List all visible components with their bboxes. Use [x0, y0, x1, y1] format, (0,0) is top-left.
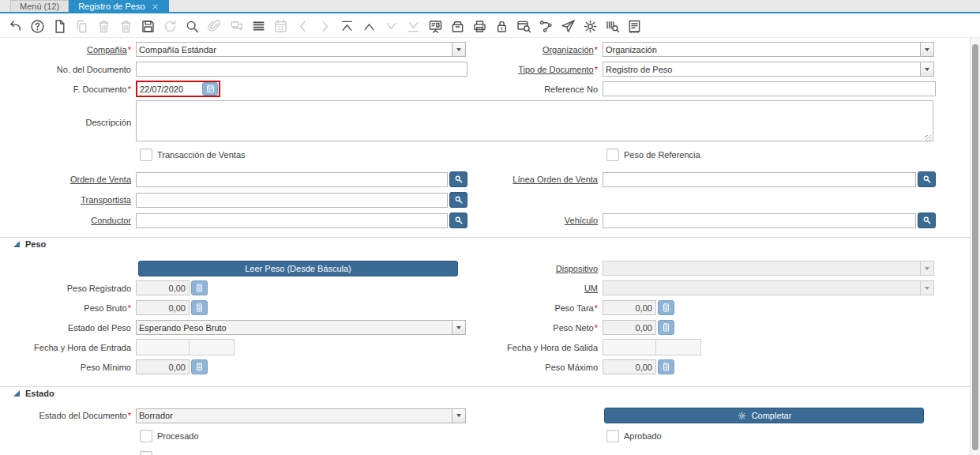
- scrollbar-thumb[interactable]: [972, 44, 978, 450]
- tab-registro-de-peso-label: Registro de Peso: [78, 2, 145, 11]
- print-icon[interactable]: [471, 18, 488, 35]
- linea-orden-venta-search-button[interactable]: [918, 171, 936, 187]
- section-header-estado[interactable]: Estado: [0, 386, 970, 400]
- completar-button[interactable]: Completar: [604, 408, 924, 423]
- tab-menu[interactable]: Menú (12): [10, 0, 69, 12]
- compania-dropdown-button[interactable]: [452, 43, 465, 56]
- vehiculo-label[interactable]: Vehículo: [565, 216, 598, 225]
- row-pesominimo-pesomaximo: Peso Mínimo Peso Máximo: [0, 357, 970, 377]
- peso-registrado-calculator-button[interactable]: [191, 280, 208, 295]
- orden-venta-input[interactable]: [136, 172, 448, 187]
- transportista-input[interactable]: [136, 193, 448, 208]
- calendar-picker-button[interactable]: [202, 82, 218, 96]
- estado-documento-combobox[interactable]: [136, 408, 466, 423]
- report-document-icon[interactable]: [626, 18, 643, 35]
- no-documento-input[interactable]: [136, 62, 467, 77]
- vertical-scrollbar[interactable]: [970, 38, 980, 455]
- resize-grip-icon[interactable]: [925, 135, 932, 142]
- required-marker: *: [595, 45, 598, 55]
- reference-no-input[interactable]: [603, 81, 936, 96]
- dispositivo-label[interactable]: Dispositivo: [556, 264, 598, 273]
- collapse-triangle-icon[interactable]: [13, 241, 20, 247]
- conductor-input[interactable]: [136, 213, 448, 228]
- organizacion-input[interactable]: [603, 43, 920, 56]
- linea-orden-venta-label[interactable]: Línea Orden de Venta: [513, 175, 598, 184]
- tipo-documento-label[interactable]: Tipo de Documento: [518, 65, 594, 74]
- compania-label[interactable]: Compañía: [87, 45, 127, 55]
- tipo-documento-combobox[interactable]: [603, 62, 934, 77]
- calculator-icon: [194, 362, 205, 372]
- workflow-icon[interactable]: [538, 18, 554, 35]
- estado-documento-input[interactable]: [137, 409, 452, 423]
- fecha-entrada-time-input: [190, 339, 235, 355]
- linea-orden-venta-input[interactable]: [603, 172, 916, 187]
- calendar-icon: [205, 84, 216, 94]
- first-record-icon[interactable]: [339, 18, 355, 35]
- transaccion-ventas-checkbox[interactable]: [140, 149, 152, 161]
- section-header-peso[interactable]: Peso: [0, 237, 970, 250]
- reference-no-label: Reference No: [544, 85, 598, 94]
- tipo-documento-dropdown-button[interactable]: [920, 62, 933, 76]
- required-marker: *: [128, 85, 131, 94]
- peso-neto-calculator-button[interactable]: [658, 320, 674, 335]
- chevron-down-icon: [456, 414, 461, 417]
- peso-tara-calculator-button[interactable]: [658, 300, 674, 315]
- aprobado-checkbox[interactable]: [606, 430, 619, 442]
- record-search-icon: [454, 175, 464, 184]
- tipo-documento-input[interactable]: [603, 62, 920, 76]
- compania-combobox[interactable]: [136, 42, 466, 57]
- transportista-label[interactable]: Transportista: [81, 195, 131, 205]
- row-pesobruto-pesotara: Peso Bruto* Peso Tara*: [0, 298, 970, 318]
- lock-icon[interactable]: [494, 18, 510, 35]
- um-label[interactable]: UM: [584, 284, 598, 293]
- collapse-triangle-icon[interactable]: [13, 390, 20, 397]
- conductor-search-button[interactable]: [449, 212, 467, 228]
- undo-icon[interactable]: [7, 18, 24, 35]
- close-tab-icon[interactable]: [151, 2, 160, 11]
- organizacion-label[interactable]: Organización: [543, 45, 594, 55]
- copy-record-icon: [73, 18, 90, 35]
- peso-minimo-calculator-button[interactable]: [191, 359, 208, 374]
- new-record-icon[interactable]: [51, 18, 68, 35]
- organizacion-combobox[interactable]: [603, 42, 934, 57]
- cutoff-checkbox[interactable]: [140, 451, 152, 455]
- transportista-search-button[interactable]: [449, 192, 467, 208]
- grid-toggle-icon[interactable]: [250, 18, 267, 35]
- vehiculo-input[interactable]: [603, 213, 916, 228]
- estado-peso-input[interactable]: [137, 321, 452, 334]
- compania-input[interactable]: [137, 43, 452, 56]
- estado-peso-dropdown-button[interactable]: [452, 321, 465, 334]
- organizacion-dropdown-button[interactable]: [920, 43, 933, 56]
- record-search-icon: [922, 216, 932, 225]
- f-documento-label: F. Documento: [73, 85, 127, 94]
- f-documento-input[interactable]: [137, 82, 202, 96]
- tab-registro-de-peso[interactable]: Registro de Peso: [69, 0, 168, 12]
- orden-venta-label[interactable]: Orden de Venta: [70, 175, 131, 184]
- leer-peso-button[interactable]: Leer Peso (Desde Báscula): [138, 261, 458, 276]
- descripcion-textarea[interactable]: [136, 100, 933, 141]
- archive-icon[interactable]: [449, 18, 466, 35]
- estado-peso-combobox[interactable]: [136, 320, 466, 335]
- preferences-icon[interactable]: [582, 18, 599, 35]
- vehiculo-search-button[interactable]: [918, 212, 936, 228]
- orden-venta-search-button[interactable]: [449, 171, 467, 187]
- zoom-across-icon[interactable]: [516, 18, 532, 35]
- help-icon[interactable]: [29, 18, 46, 35]
- peso-referencia-checkbox[interactable]: [606, 149, 619, 161]
- estado-documento-dropdown-button[interactable]: [452, 409, 465, 423]
- previous-record-icon[interactable]: [361, 18, 377, 35]
- procesado-checkbox[interactable]: [140, 430, 152, 442]
- calculator-icon: [661, 362, 671, 372]
- peso-maximo-input: [603, 359, 656, 374]
- send-mail-icon[interactable]: [560, 18, 576, 35]
- product-info-icon[interactable]: [604, 18, 621, 35]
- conductor-label[interactable]: Conductor: [91, 216, 131, 225]
- peso-minimo-input: [136, 359, 190, 374]
- transaccion-ventas-label: Transacción de Ventas: [157, 150, 246, 160]
- find-icon[interactable]: [184, 18, 201, 35]
- report-icon[interactable]: [427, 18, 444, 35]
- peso-bruto-calculator-button[interactable]: [191, 300, 208, 315]
- peso-maximo-calculator-button[interactable]: [658, 359, 674, 374]
- save-icon[interactable]: [140, 18, 156, 35]
- record-search-icon: [454, 216, 464, 225]
